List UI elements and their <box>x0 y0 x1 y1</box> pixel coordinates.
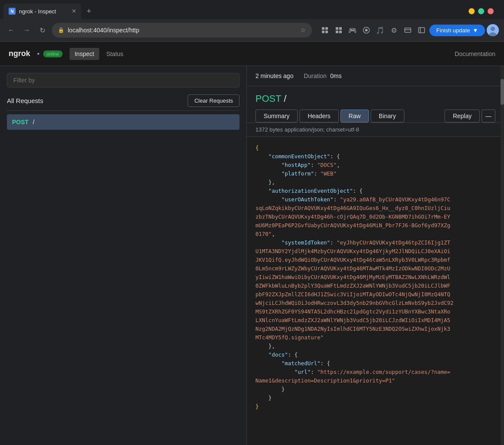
music-icon[interactable]: 🎵 <box>374 24 386 36</box>
app-nav-right: Documentation <box>455 50 495 58</box>
tab-groups-icon[interactable] <box>402 24 414 36</box>
tab-favicon: N <box>9 8 16 15</box>
tab-raw[interactable]: Raw <box>340 110 369 122</box>
svg-rect-2 <box>322 31 324 33</box>
new-tab-btn[interactable]: + <box>83 5 95 17</box>
request-meta: 2 minutes ago Duration 0ms <box>247 66 504 86</box>
request-path-large: / <box>284 93 287 104</box>
scrollbar-track[interactable] <box>501 66 504 445</box>
windows-icon[interactable] <box>333 24 345 36</box>
main-content: All Requests Clear Requests POST / 2 min… <box>0 66 504 445</box>
replay-section: Replay — <box>444 110 495 122</box>
tab-title: ngrok - Inspect <box>19 8 56 15</box>
divider <box>7 110 239 111</box>
code-block[interactable]: { "commonEventObject": { "hostApp": "DOC… <box>247 137 504 445</box>
window-close-btn[interactable] <box>488 8 494 14</box>
svg-rect-3 <box>325 31 328 33</box>
svg-rect-5 <box>339 27 342 30</box>
chrome-icon[interactable] <box>360 24 372 36</box>
filter-input[interactable] <box>7 73 239 88</box>
tabs-row: Summary Headers Raw Binary Replay — <box>247 110 504 123</box>
duration-label: Duration <box>304 72 327 79</box>
json-content: { "commonEventObject": { "hostApp": "DOC… <box>255 144 495 411</box>
documentation-link[interactable]: Documentation <box>455 50 495 57</box>
browser-tab[interactable]: N ngrok - Inspect × <box>3 3 81 19</box>
svg-rect-4 <box>336 27 338 30</box>
svg-rect-6 <box>336 31 338 33</box>
reload-btn[interactable]: ↻ <box>36 24 48 36</box>
clear-requests-button[interactable]: Clear Requests <box>188 94 239 107</box>
duration-value: 0ms <box>330 72 341 79</box>
nav-inspect[interactable]: Inspect <box>69 48 99 60</box>
request-title: POST / <box>247 86 504 110</box>
puzzle-icon[interactable]: ⚙ <box>388 24 400 36</box>
address-bar[interactable]: 🔒 localhost:4040/inspect/http ☆ <box>52 23 312 38</box>
svg-rect-0 <box>322 27 324 30</box>
bookmark-icon[interactable]: ☆ <box>300 27 306 34</box>
tab-summary[interactable]: Summary <box>255 110 298 122</box>
left-panel: All Requests Clear Requests POST / <box>0 66 247 445</box>
finish-update-button[interactable]: Finish update ▼ <box>429 25 485 36</box>
replay-more-button[interactable]: — <box>482 110 495 122</box>
lock-icon: 🔒 <box>58 27 64 33</box>
svg-point-15 <box>491 27 495 31</box>
back-btn[interactable]: ← <box>5 24 17 36</box>
forward-btn[interactable]: → <box>21 24 33 36</box>
request-list-item[interactable]: POST / <box>7 114 239 130</box>
sidebar-icon[interactable] <box>416 24 428 36</box>
extensions-icon[interactable] <box>319 24 331 36</box>
window-minimize-btn[interactable] <box>469 8 475 14</box>
all-requests-title: All Requests <box>7 97 43 104</box>
requests-header: All Requests Clear Requests <box>7 94 239 107</box>
app-nav-links: Inspect Status <box>69 48 129 60</box>
url-text: localhost:4040/inspect/http <box>68 27 297 34</box>
tab-binary[interactable]: Binary <box>371 110 404 122</box>
request-time: 2 minutes ago <box>255 72 293 79</box>
svg-rect-10 <box>405 28 411 32</box>
request-method: POST <box>12 119 28 125</box>
app-dot: • <box>37 50 40 58</box>
app-navigation: ngrok • online Inspect Status Documentat… <box>0 42 504 66</box>
scrollbar-thumb[interactable] <box>501 79 504 105</box>
request-path: / <box>33 119 35 125</box>
gamepad-icon[interactable]: 🎮 <box>346 24 359 36</box>
replay-button[interactable]: Replay <box>444 110 480 122</box>
svg-point-9 <box>365 29 368 31</box>
content-info: 1372 bytes application/json; charset=utf… <box>247 123 504 137</box>
profile-avatar[interactable] <box>487 24 499 36</box>
request-method-large: POST <box>255 93 284 104</box>
svg-rect-7 <box>339 31 342 33</box>
tab-headers[interactable]: Headers <box>299 110 339 122</box>
finish-update-chevron-icon: ▼ <box>472 27 478 34</box>
svg-rect-12 <box>419 28 425 33</box>
window-maximize-btn[interactable] <box>478 8 484 14</box>
tab-close-btn[interactable]: × <box>72 7 76 15</box>
right-panel: 2 minutes ago Duration 0ms POST / Summar… <box>247 66 504 445</box>
app-logo: ngrok <box>9 49 30 58</box>
status-badge: online <box>43 50 63 57</box>
duration-section: Duration 0ms <box>304 72 342 80</box>
svg-rect-1 <box>325 27 328 30</box>
nav-status[interactable]: Status <box>101 48 129 60</box>
